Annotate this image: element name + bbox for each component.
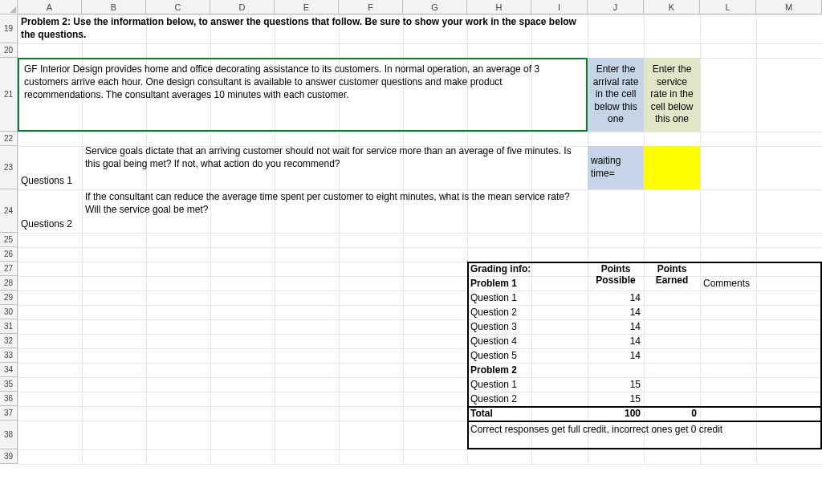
spreadsheet: ABCDEFGHIJKLM 19202122232425262728293031… (0, 0, 822, 504)
row-header-38[interactable]: 38 (0, 421, 18, 449)
col-header-e[interactable]: E (275, 0, 339, 14)
total-row-border (467, 406, 822, 421)
row-header-39[interactable]: 39 (0, 449, 18, 464)
service-rate-prompt: Enter the service rate in the cell below… (644, 58, 700, 132)
row-header-26[interactable]: 26 (0, 247, 18, 262)
grading-row-possible: 14 (588, 291, 644, 305)
row-header-29[interactable]: 29 (0, 291, 18, 305)
grading-row-possible: 14 (588, 319, 644, 334)
grading-row-possible: 15 (588, 392, 644, 406)
row-header-27[interactable]: 27 (0, 262, 18, 276)
grading-row-possible: 14 (588, 305, 644, 319)
question-2-text: If the consultant can reduce the average… (82, 189, 588, 233)
row-header-23[interactable]: 23 (0, 146, 18, 189)
waiting-time-input[interactable] (644, 146, 700, 189)
scenario-text: GF Interior Design provides home and off… (18, 58, 588, 132)
grading-title: Grading info: (467, 262, 588, 276)
problem-1-label: Problem 1 (467, 276, 588, 291)
col-header-i[interactable]: I (531, 0, 588, 14)
row-header-21[interactable]: 21 (0, 58, 18, 132)
row-header-22[interactable]: 22 (0, 132, 18, 146)
grading-row-label: Question 1 (467, 377, 588, 392)
row-header-30[interactable]: 30 (0, 305, 18, 319)
grading-row-possible: 15 (588, 377, 644, 392)
grading-row-label: Question 3 (467, 319, 588, 334)
row-header-37[interactable]: 37 (0, 406, 18, 421)
grading-footer: Correct responses get full credit, incor… (467, 421, 822, 449)
question-1-label: Questions 1 (18, 146, 82, 189)
row-headers: 1920212223242526272829303132333435363738… (0, 14, 18, 464)
col-header-f[interactable]: F (339, 0, 403, 14)
row-header-34[interactable]: 34 (0, 363, 18, 377)
row-header-32[interactable]: 32 (0, 334, 18, 348)
row-header-19[interactable]: 19 (0, 14, 18, 43)
row-header-36[interactable]: 36 (0, 392, 18, 406)
row-header-28[interactable]: 28 (0, 276, 18, 291)
points-possible-header: Points Possible (588, 262, 644, 291)
col-header-j[interactable]: J (588, 0, 644, 14)
col-header-d[interactable]: D (210, 0, 275, 14)
column-headers: ABCDEFGHIJKLM (18, 0, 822, 14)
question-2-label: Questions 2 (18, 189, 82, 233)
problem-2-label: Problem 2 (467, 363, 588, 377)
problem-title: Problem 2: Use the information below, to… (18, 14, 588, 43)
col-header-g[interactable]: G (403, 0, 467, 14)
col-header-k[interactable]: K (644, 0, 700, 14)
col-header-h[interactable]: H (467, 0, 531, 14)
row-header-31[interactable]: 31 (0, 319, 18, 334)
points-earned-header: Points Earned (644, 262, 700, 291)
row-header-25[interactable]: 25 (0, 233, 18, 247)
row-header-20[interactable]: 20 (0, 43, 18, 58)
question-1-text: Service goals dictate that an arriving c… (82, 144, 588, 189)
col-header-c[interactable]: C (146, 0, 210, 14)
col-header-a[interactable]: A (18, 0, 82, 14)
grading-row-label: Question 4 (467, 334, 588, 348)
col-header-b[interactable]: B (82, 0, 146, 14)
grading-row-possible: 14 (588, 348, 644, 363)
arrival-rate-prompt: Enter the arrival rate in the cell below… (588, 58, 644, 132)
grading-row-label: Question 2 (467, 305, 588, 319)
grading-row-possible: 14 (588, 334, 644, 348)
row-header-35[interactable]: 35 (0, 377, 18, 392)
row-header-33[interactable]: 33 (0, 348, 18, 363)
grading-row-label: Question 1 (467, 291, 588, 305)
col-header-m[interactable]: M (756, 0, 822, 14)
grid-area: Problem 2: Use the information below, to… (18, 14, 822, 464)
col-header-l[interactable]: L (700, 0, 756, 14)
row-header-24[interactable]: 24 (0, 189, 18, 233)
grading-row-label: Question 5 (467, 348, 588, 363)
grading-row-label: Question 2 (467, 392, 588, 406)
comments-header: Comments (700, 276, 756, 291)
select-all-corner[interactable] (0, 0, 18, 14)
waiting-time-label: waiting time= (588, 146, 644, 189)
